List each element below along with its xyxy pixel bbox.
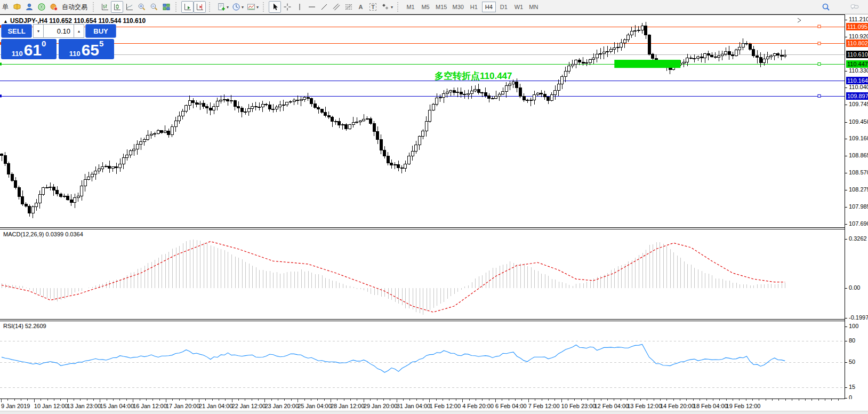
chart-title: ▲USDJPY-,H4 110.652 110.654 110.544 110.… <box>3 17 146 25</box>
rsi-pane: RSI(14) 52.2609 <box>0 321 845 399</box>
dropdown-caret-icon[interactable]: ▾ <box>391 5 393 10</box>
time-axis-label: 31 Jan 04:00 <box>397 403 431 409</box>
sell-price-main: 61 <box>24 43 42 58</box>
toolbar-separator <box>209 2 213 12</box>
book-icon[interactable] <box>11 1 23 13</box>
axis-tick-label: 108.865 <box>849 152 868 159</box>
line-chart-icon[interactable] <box>123 1 135 13</box>
axis-tick-dash <box>845 224 847 225</box>
volume-input[interactable] <box>44 24 74 38</box>
channel-icon[interactable] <box>330 1 342 13</box>
sell-price-sup: 0 <box>42 40 46 47</box>
crosshair-icon[interactable] <box>281 1 293 13</box>
template-icon[interactable] <box>245 1 257 13</box>
scroll-to-end-marker[interactable] <box>797 18 802 23</box>
rsi-chart[interactable] <box>0 321 845 399</box>
price-tag[interactable]: 111.095 <box>846 23 868 30</box>
axis-tick-dash <box>845 387 847 388</box>
period-clock-icon[interactable] <box>230 1 242 13</box>
time-axis-label: 4 Feb 20:00 <box>462 403 494 409</box>
axis-tick-label: 80 <box>849 337 855 344</box>
window-bottom-strip <box>0 411 868 414</box>
highlight-rectangle[interactable] <box>614 60 680 68</box>
time-axis[interactable]: 9 Jan 201910 Jan 12:0013 Jan 23:0015 Jan… <box>0 399 868 411</box>
price-tag[interactable]: 110.164 <box>846 77 868 84</box>
tile-windows-icon[interactable] <box>160 1 172 13</box>
line-handle[interactable] <box>818 42 821 45</box>
arrows-icon[interactable] <box>379 1 391 13</box>
dropdown-caret-icon[interactable]: ▾ <box>227 5 229 10</box>
volume-increase-button[interactable]: ▴ <box>74 24 84 38</box>
buy-button[interactable]: BUY <box>85 24 116 38</box>
axis-tick-label: 100 <box>849 323 858 330</box>
symbol-arrow-icon: ▲ <box>3 19 8 24</box>
horizontal-line-icon[interactable] <box>306 1 318 13</box>
axis-tick-label: 15 <box>849 384 855 391</box>
autotrading-button[interactable]: 自动交易 <box>62 3 87 12</box>
price-tag[interactable]: 110.610 <box>846 51 868 58</box>
zoom-in-icon[interactable] <box>135 1 148 13</box>
axis-tick-dash <box>845 362 847 363</box>
timeframe-m15[interactable]: M15 <box>433 2 449 12</box>
line-handle[interactable] <box>818 94 821 97</box>
toolbar-group-timeframes: M1 M5 M15 M30 H1 H4 D1 W1 MN <box>403 0 541 14</box>
toolbar-separator <box>93 2 97 12</box>
new-order-button[interactable]: 单 <box>2 3 9 12</box>
text-icon[interactable]: A <box>355 1 367 13</box>
buy-price-box[interactable]: 110655 <box>59 39 114 59</box>
timeframe-h1[interactable]: H1 <box>467 2 481 12</box>
timeframe-w1[interactable]: W1 <box>512 2 526 12</box>
macd-signal-line <box>2 242 785 312</box>
timeframe-m5[interactable]: M5 <box>419 2 432 12</box>
sell-price-box[interactable]: 110610 <box>1 39 57 59</box>
time-axis-label: 23 Jan 20:00 <box>264 403 299 409</box>
dropdown-caret-icon[interactable]: ▾ <box>242 5 244 10</box>
timeframe-mn[interactable]: MN <box>527 2 541 12</box>
user-icon[interactable] <box>23 1 35 13</box>
toolbar-group-scroll <box>181 0 206 14</box>
signal-icon[interactable] <box>35 1 47 13</box>
time-axis-label: 9 Jan 2019 <box>1 403 30 409</box>
time-axis-label: 6 Feb 04:00 <box>495 403 527 409</box>
price-tag[interactable]: 109.897 <box>846 92 868 100</box>
text-label-icon[interactable]: T <box>367 1 379 13</box>
axis-tick-label: 0.3262 <box>849 235 867 242</box>
trendline-icon[interactable] <box>318 1 330 13</box>
pivot-annotation[interactable]: 多空转折点110.447 <box>435 70 512 82</box>
timeframe-d1[interactable]: D1 <box>497 2 511 12</box>
chat-icon[interactable] <box>847 1 863 13</box>
price-tag[interactable]: 110.802 <box>846 39 868 47</box>
timeframe-h4[interactable]: H4 <box>482 2 496 12</box>
add-indicator-icon[interactable] <box>215 1 227 13</box>
line-handle[interactable] <box>818 25 821 28</box>
volume-spinner: ▾ ▴ <box>33 24 84 38</box>
axis-tick-label: 108.275 <box>849 186 868 193</box>
autotrading-icon[interactable] <box>47 1 60 13</box>
price-tag[interactable]: 110.447 <box>846 60 868 68</box>
timeframe-m30[interactable]: M30 <box>450 2 465 12</box>
zoom-out-icon[interactable] <box>148 1 160 13</box>
macd-chart[interactable] <box>0 229 845 319</box>
candlestick-icon[interactable] <box>111 1 123 13</box>
axis-tick-label: 107.690 <box>849 220 868 227</box>
cursor-icon[interactable] <box>269 1 281 13</box>
time-axis-label: 12 Feb 04:00 <box>594 403 629 409</box>
line-handle[interactable] <box>818 63 821 66</box>
search-icon[interactable] <box>819 1 832 13</box>
axis-tick-label: 107.985 <box>849 203 868 210</box>
sell-button[interactable]: SELL <box>1 24 32 38</box>
candlestick-chart[interactable] <box>0 15 845 227</box>
bar-chart-icon[interactable] <box>99 1 111 13</box>
dropdown-caret-icon[interactable]: ▾ <box>256 5 259 10</box>
timeframe-m1[interactable]: M1 <box>404 2 417 12</box>
price-axis[interactable]: 111.210110.920110.330110.040109.745109.4… <box>845 14 868 399</box>
volume-decrease-button[interactable]: ▾ <box>33 24 44 38</box>
time-axis-label: 16 Jan 12:00 <box>133 403 167 409</box>
chart-shift-icon[interactable] <box>194 1 206 13</box>
fibonacci-icon[interactable] <box>342 1 355 13</box>
line-handle <box>0 94 2 97</box>
auto-scroll-icon[interactable] <box>181 1 194 13</box>
axis-tick-label: 109.160 <box>849 135 868 142</box>
vertical-line-icon[interactable] <box>293 1 306 13</box>
time-axis-label: 29 Jan 20:00 <box>364 403 398 409</box>
